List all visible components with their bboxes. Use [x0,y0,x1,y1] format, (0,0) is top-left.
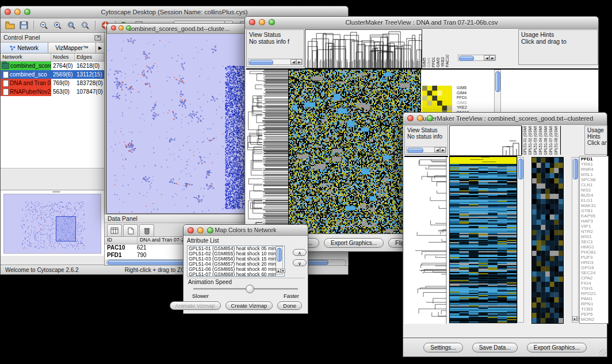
tab-network[interactable]: Network [1,43,48,53]
gene-label[interactable]: NTR2 [580,229,608,234]
gene-label[interactable]: MSI1 [580,234,608,239]
treeview-dna-titlebar[interactable]: ClusterMaker TreeView : DNA and Tran 07-… [245,17,598,29]
new-attribute-icon[interactable] [123,224,138,236]
minimize-icon[interactable] [197,227,204,233]
zoom-fit-icon[interactable] [66,20,77,31]
gene-label[interactable]: GPI16 [580,265,608,270]
scroll-up-icon[interactable]: ▲ [276,269,281,273]
column-label[interactable]: GIM5 [422,58,427,67]
done-button[interactable]: Done [277,301,302,310]
animate-vizmap-button[interactable]: Animate Vizmap [170,301,221,310]
speed-slider[interactable] [193,288,298,290]
move-up-button[interactable]: ∧ [293,249,307,256]
close-icon[interactable] [188,227,194,233]
row-dendrogram-canvas[interactable] [404,156,448,324]
scroll-left-icon[interactable]: ◀ [290,59,296,64]
zoom-heatmap-canvas[interactable] [531,157,564,324]
hscrollbar[interactable]: ◀ ▶ [458,55,496,61]
move-down-button[interactable]: ∨ [293,259,307,266]
hscrollbar[interactable]: ◀ ▶ [248,59,303,65]
slider-thumb[interactable] [246,285,254,293]
cluster-matrix-canvas[interactable] [422,86,452,116]
gene-label[interactable]: CLN1 [580,182,608,187]
column-label[interactable]: GPL51-01 (GSM854) [522,126,527,155]
scroll-right-icon[interactable]: ▶ [296,59,302,64]
scrollbar-thumb[interactable] [249,60,273,65]
zoom-out-icon[interactable] [38,20,49,31]
scrollbar-thumb[interactable] [518,159,523,179]
gene-label[interactable]: RPN1 [580,301,608,306]
zoom-window-icon[interactable] [24,9,30,15]
gene-label[interactable]: CPA2 [580,275,608,281]
network-row[interactable]: combined_scores2764(0)16218(0) [1,62,104,70]
zoom-selected-icon[interactable] [79,20,91,31]
gene-label[interactable]: MAK31 [580,203,608,208]
gene-label[interactable]: YRA1 [580,162,608,167]
scrollbar-thumb[interactable] [459,56,474,61]
scroll-left-icon[interactable]: ◀ [484,55,489,60]
zoom-window-icon[interactable] [207,227,213,233]
gene-label[interactable]: NIS1 [580,187,608,193]
gene-label[interactable]: TCB3 [580,306,608,312]
resize-grip[interactable] [599,349,606,356]
column-label[interactable]: GPL51-03 (GSM856) [533,126,538,155]
column-dendrogram-canvas[interactable] [305,29,422,68]
gene-label[interactable]: SPC98 [580,177,608,182]
gene-label[interactable]: RNR4 [580,167,608,172]
gene-label[interactable]: HMG1 [580,244,608,250]
gene-label[interactable]: BUD4 [580,193,608,198]
column-label[interactable]: GPL51-04 (GSM857) [538,126,543,155]
column-label[interactable]: PFD1 [431,57,436,67]
zoom-window-icon[interactable] [427,115,433,121]
network-row[interactable]: combined_sco2569(6)13112(15) [1,70,104,79]
zoom-window-icon[interactable] [269,19,275,25]
row-label[interactable]: YKE2 [457,105,481,110]
gene-label[interactable]: SEC1 [580,239,608,244]
scroll-left-icon[interactable]: ◀ [434,147,440,152]
row-label[interactable]: PFD1 [457,95,481,101]
scroll-right-icon[interactable]: ▶ [440,147,446,152]
create-vizmap-button[interactable]: Create Vizmap [225,301,273,310]
scrollbar-thumb[interactable] [573,159,578,179]
overview-canvas[interactable] [4,194,100,252]
export-graphics-button[interactable]: Export Graphics... [324,238,384,248]
scrollbar-thumb[interactable] [407,148,423,153]
dialog-titlebar[interactable]: Map Colors to Network [183,225,308,236]
column-label[interactable]: GPL51-08 (GSM872) [553,126,559,155]
attribute-item[interactable]: GPL51-07 (GSM868) heat shock 60 min [188,272,284,277]
heatmap-canvas[interactable] [288,68,421,236]
gene-label[interactable]: GTB1 [580,208,608,213]
delete-attribute-icon[interactable] [139,224,154,236]
gene-label[interactable]: MON2 [580,317,608,322]
gene-label[interactable]: PAN1 [580,296,608,301]
network-view-titlebar[interactable]: combined_scores_good.txt--cluste... [107,24,251,34]
more-tabs-arrow[interactable]: ▶ [96,43,104,53]
gene-label[interactable]: YSH1 [580,286,608,291]
close-icon[interactable] [5,9,11,15]
vscrollbar[interactable]: ▲▼ [572,157,579,323]
minimize-icon[interactable] [14,9,21,15]
close-icon[interactable] [249,19,255,25]
scroll-right-icon[interactable]: ▶ [489,55,495,60]
row-label[interactable]: GIM5 [457,86,481,91]
column-label[interactable]: GIM3 [436,58,441,67]
row-label[interactable]: GIM4 [457,91,481,96]
column-label[interactable]: PAC10 [445,55,450,67]
minimize-icon[interactable] [118,25,124,30]
network-graph-canvas[interactable] [108,34,250,213]
open-file-button[interactable] [4,20,16,31]
row-label[interactable]: GIM3 [457,101,481,106]
row-dendrogram-canvas[interactable] [246,68,288,236]
column-label[interactable]: YKE2 [441,57,445,67]
scrollbar-thumb[interactable] [277,248,282,262]
gene-label[interactable]: FIG4 [580,281,608,286]
tab-vizmapper[interactable]: VizMapper™ [48,43,96,53]
save-data-button[interactable]: Save Data... [472,343,518,352]
gene-label[interactable]: HAP3 [580,219,608,224]
minimize-icon[interactable] [259,19,265,25]
scrollbar-thumb[interactable] [495,71,500,92]
zoom-in-icon[interactable] [52,20,63,31]
vscrollbar[interactable] [517,157,524,323]
network-row[interactable]: RNAPuberNov2+563(0)107847(0) [1,87,104,96]
zoom-window-icon[interactable] [126,25,131,30]
